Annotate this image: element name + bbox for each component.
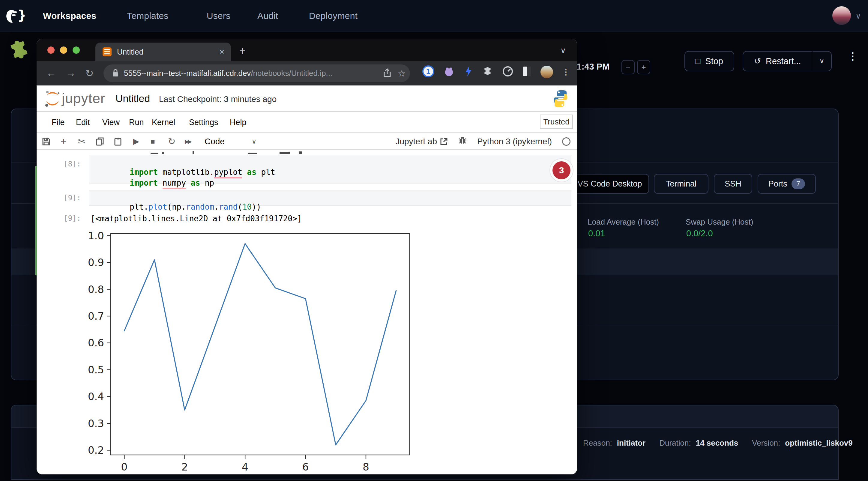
menu-kernel[interactable]: Kernel <box>152 112 175 133</box>
svg-text:0.7: 0.7 <box>88 310 104 322</box>
chevron-down-icon[interactable]: ∨ <box>856 11 861 21</box>
restart-label: Restart... <box>766 56 801 66</box>
zoom-in-button[interactable]: + <box>637 60 650 74</box>
github-extension-icon[interactable] <box>443 66 455 78</box>
user-avatar[interactable] <box>832 6 851 25</box>
menu-help[interactable]: Help <box>230 112 247 133</box>
stop-button[interactable]: □ Stop <box>684 51 734 71</box>
menu-view[interactable]: View <box>102 112 120 133</box>
run-cell-icon[interactable]: ▶ <box>133 133 139 150</box>
menu-file[interactable]: File <box>52 112 65 133</box>
reload-icon[interactable]: ↻ <box>85 67 94 79</box>
paste-cells-icon[interactable] <box>114 133 122 150</box>
clipped-cell-line <box>89 151 449 154</box>
tab-search-icon[interactable]: ∨ <box>560 46 566 55</box>
workspace-menu-button[interactable]: ⋮ <box>847 53 858 59</box>
duration-value: 14 seconds <box>696 439 738 448</box>
restart-button[interactable]: ↺ Restart... <box>743 51 812 71</box>
python-logo <box>553 89 568 109</box>
svg-text:1: 1 <box>426 68 430 75</box>
url-bar[interactable]: 5555--main--test--matifali.atif.cdr.dev/… <box>103 64 410 82</box>
nav-item-deployment[interactable]: Deployment <box>309 0 358 31</box>
nav-item-workspaces[interactable]: Workspaces <box>43 0 96 31</box>
lightning-extension-icon[interactable] <box>464 66 473 78</box>
trusted-button[interactable]: Trusted <box>540 115 573 129</box>
code-token: as <box>247 168 256 177</box>
reason-label: Reason: <box>583 439 612 448</box>
sidepanel-icon[interactable] <box>523 66 531 78</box>
kernel-status-icon <box>562 137 570 146</box>
notification-badge[interactable]: 3 <box>550 158 574 182</box>
version-label: Version: <box>752 439 780 448</box>
restart-options-button[interactable]: ∨ <box>812 51 832 71</box>
chart-svg: 0.20.30.40.50.60.70.80.91.002468 <box>67 223 457 472</box>
tab-terminal[interactable]: Terminal <box>654 174 708 194</box>
zoom-out-button[interactable]: − <box>621 60 634 74</box>
code-token: )) <box>252 202 261 212</box>
code-token: plt <box>256 168 275 177</box>
code-token: ( <box>238 202 242 212</box>
cut-cells-icon[interactable]: ✂ <box>78 133 86 150</box>
svg-text:1.0: 1.0 <box>88 230 104 242</box>
stop-label: Stop <box>705 56 723 66</box>
output-prompt: [9]: <box>45 214 81 223</box>
tab-ports[interactable]: Ports 7 <box>757 174 816 194</box>
load-average-label: Load Average (Host) <box>588 217 659 227</box>
restart-kernel-icon[interactable]: ↻ <box>168 133 176 150</box>
output-repr: [<matplotlib.lines.Line2D at 0x7fd03f191… <box>91 214 302 223</box>
jupyterlab-link[interactable]: JupyterLab <box>395 137 448 146</box>
new-tab-button[interactable]: + <box>239 45 246 57</box>
code-token: plot <box>149 202 167 212</box>
browser-tab[interactable]: Untitled × <box>95 42 231 61</box>
code-cell-9[interactable]: plt.plot(np.random.rand(10)) <box>89 190 571 206</box>
menu-edit[interactable]: Edit <box>76 112 90 133</box>
copy-cells-icon[interactable] <box>96 133 104 150</box>
cell-type-dropdown[interactable]: Code ∨ <box>205 133 256 150</box>
nav-item-templates[interactable]: Templates <box>127 0 168 31</box>
code-cell-8[interactable]: import matplotlib.pyplot as plt import n… <box>89 155 571 184</box>
run-all-icon[interactable]: ▶▶ <box>185 133 191 150</box>
browser-profile-avatar[interactable] <box>540 66 553 78</box>
tab-label: Terminal <box>666 179 696 189</box>
tab-label: VS Code Desktop <box>578 179 642 189</box>
back-icon[interactable]: ← <box>46 67 56 79</box>
add-cell-icon[interactable]: + <box>61 133 66 150</box>
version-value: optimistic_liskov9 <box>785 439 852 448</box>
bookmark-star-icon[interactable]: ☆ <box>398 68 406 78</box>
tab-vscode-desktop[interactable]: VS Code Desktop <box>570 174 649 194</box>
extensions-puzzle-icon[interactable] <box>482 66 493 78</box>
browser-menu-icon[interactable]: ⋮ <box>562 70 570 74</box>
menu-settings[interactable]: Settings <box>189 112 218 133</box>
checkpoint-status: Last Checkpoint: 3 minutes ago <box>159 94 277 104</box>
tab-ssh[interactable]: SSH <box>714 174 752 194</box>
svg-text:0.6: 0.6 <box>88 337 104 349</box>
save-icon[interactable] <box>42 133 51 150</box>
speed-extension-icon[interactable] <box>502 66 514 78</box>
forward-icon[interactable]: → <box>66 67 76 79</box>
svg-text:0.9: 0.9 <box>88 256 104 268</box>
reason-value: initiator <box>617 439 646 448</box>
minimize-window-button[interactable] <box>60 46 67 54</box>
nav-item-audit[interactable]: Audit <box>257 0 278 31</box>
code-token: (np. <box>167 202 186 212</box>
share-icon[interactable] <box>383 68 391 78</box>
coder-logo[interactable]: } <box>5 7 25 26</box>
interrupt-kernel-icon[interactable]: ■ <box>151 133 155 150</box>
tab-label: SSH <box>725 179 741 189</box>
puzzle-icon <box>4 35 35 66</box>
close-window-button[interactable] <box>48 46 55 54</box>
kernel-name[interactable]: Python 3 (ipykernel) <box>477 137 552 146</box>
maximize-window-button[interactable] <box>72 46 80 54</box>
debugger-bug-icon[interactable] <box>458 136 467 147</box>
badge-count: 3 <box>553 161 570 179</box>
close-tab-icon[interactable]: × <box>220 47 224 57</box>
chevron-down-icon: ∨ <box>819 57 824 65</box>
browser-toolbar: ← → ↻ 5555--main--test--matifali.atif.cd… <box>37 61 577 86</box>
restart-icon: ↺ <box>754 56 761 66</box>
code-token: . <box>214 202 219 212</box>
onepassword-extension-icon[interactable]: 1 <box>422 65 434 78</box>
menu-run[interactable]: Run <box>129 112 144 133</box>
cell9-prompt: [9]: <box>45 194 81 202</box>
notebook-title[interactable]: Untitled <box>116 93 150 104</box>
nav-item-users[interactable]: Users <box>207 0 230 31</box>
